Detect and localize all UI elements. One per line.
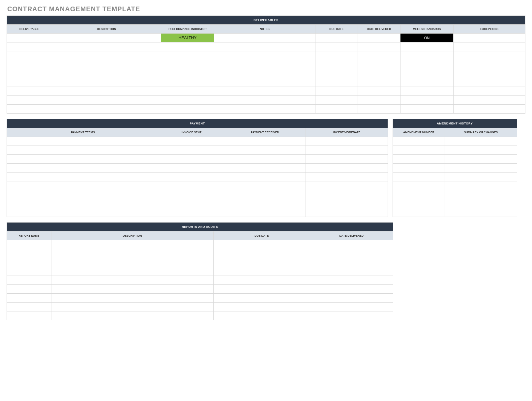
cell[interactable] [159, 173, 224, 181]
cell[interactable] [315, 105, 358, 114]
cell[interactable] [224, 173, 306, 181]
cell[interactable] [52, 60, 161, 69]
cell[interactable] [400, 87, 453, 96]
cell[interactable] [400, 69, 453, 78]
table-row[interactable] [7, 173, 388, 181]
table-row[interactable] [7, 105, 525, 114]
cell[interactable] [310, 311, 393, 320]
cell[interactable] [7, 276, 51, 285]
cell[interactable] [52, 34, 161, 42]
table-row[interactable] [7, 164, 388, 173]
cell[interactable] [393, 190, 445, 199]
cell[interactable] [445, 199, 517, 208]
cell[interactable] [454, 34, 525, 42]
cell[interactable] [445, 155, 517, 164]
cell[interactable] [358, 87, 400, 96]
table-row[interactable] [7, 137, 388, 146]
cell[interactable] [52, 78, 161, 87]
cell[interactable] [159, 190, 224, 199]
cell[interactable] [52, 105, 161, 114]
cell[interactable] [51, 311, 213, 320]
cell[interactable] [358, 34, 400, 42]
cell[interactable] [159, 164, 224, 173]
cell[interactable] [358, 51, 400, 60]
cell[interactable] [7, 285, 51, 294]
table-row[interactable] [7, 146, 388, 155]
cell[interactable] [214, 78, 315, 87]
cell[interactable] [445, 190, 517, 199]
performance-indicator-cell[interactable]: HEALTHY [161, 34, 214, 42]
cell[interactable] [7, 311, 51, 320]
cell[interactable] [7, 51, 52, 60]
cell[interactable] [445, 137, 517, 146]
cell[interactable] [7, 69, 52, 78]
cell[interactable] [214, 51, 315, 60]
cell[interactable] [7, 249, 51, 258]
cell[interactable] [224, 181, 306, 190]
cell[interactable] [310, 285, 393, 294]
table-row[interactable] [7, 78, 525, 87]
cell[interactable] [306, 208, 388, 217]
cell[interactable] [224, 164, 306, 173]
table-row[interactable] [393, 190, 517, 199]
cell[interactable] [52, 69, 161, 78]
table-row[interactable] [7, 285, 393, 294]
cell[interactable] [7, 240, 51, 249]
cell[interactable] [445, 164, 517, 173]
cell[interactable] [310, 276, 393, 285]
cell[interactable] [52, 96, 161, 105]
cell[interactable] [159, 199, 224, 208]
meets-standards-cell[interactable]: ON [400, 34, 453, 42]
cell[interactable] [400, 96, 453, 105]
cell[interactable] [454, 105, 525, 114]
table-row[interactable] [7, 303, 393, 311]
cell[interactable] [315, 42, 358, 51]
cell[interactable] [306, 173, 388, 181]
cell[interactable] [393, 173, 445, 181]
table-row[interactable] [7, 249, 393, 258]
cell[interactable] [213, 240, 310, 249]
cell[interactable] [224, 199, 306, 208]
cell[interactable] [161, 42, 214, 51]
table-row[interactable] [393, 146, 517, 155]
cell[interactable] [358, 69, 400, 78]
cell[interactable] [7, 34, 52, 42]
cell[interactable] [214, 42, 315, 51]
table-row[interactable] [7, 69, 525, 78]
cell[interactable] [445, 181, 517, 190]
table-row[interactable] [7, 258, 393, 267]
cell[interactable] [51, 285, 213, 294]
cell[interactable] [393, 199, 445, 208]
cell[interactable] [159, 155, 224, 164]
table-row[interactable] [393, 199, 517, 208]
cell[interactable] [358, 105, 400, 114]
table-row[interactable] [7, 276, 393, 285]
cell[interactable] [454, 51, 525, 60]
cell[interactable] [315, 51, 358, 60]
table-row[interactable] [7, 87, 525, 96]
cell[interactable] [161, 87, 214, 96]
cell[interactable] [400, 60, 453, 69]
cell[interactable] [7, 96, 52, 105]
cell[interactable] [7, 78, 52, 87]
cell[interactable] [7, 105, 52, 114]
cell[interactable] [51, 294, 213, 303]
cell[interactable] [159, 137, 224, 146]
cell[interactable] [7, 208, 159, 217]
cell[interactable] [213, 303, 310, 311]
cell[interactable] [52, 51, 161, 60]
cell[interactable] [214, 69, 315, 78]
table-row[interactable] [7, 181, 388, 190]
cell[interactable] [7, 137, 159, 146]
cell[interactable] [315, 34, 358, 42]
cell[interactable] [213, 258, 310, 267]
cell[interactable] [214, 60, 315, 69]
cell[interactable] [51, 267, 213, 276]
cell[interactable] [7, 173, 159, 181]
cell[interactable] [454, 69, 525, 78]
cell[interactable] [7, 181, 159, 190]
table-row[interactable] [393, 181, 517, 190]
cell[interactable] [7, 146, 159, 155]
cell[interactable] [224, 208, 306, 217]
cell[interactable] [213, 294, 310, 303]
